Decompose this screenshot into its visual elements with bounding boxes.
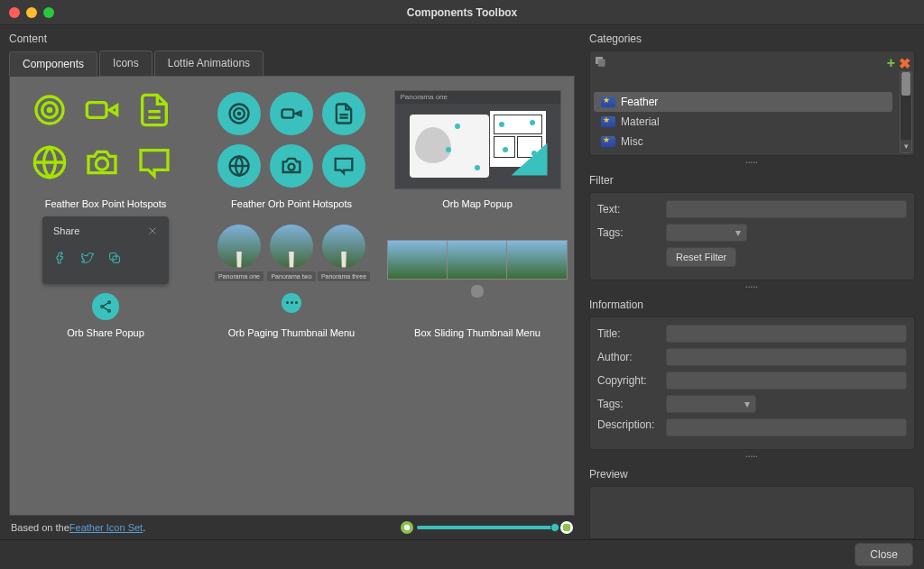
info-author-input[interactable] (666, 348, 907, 366)
section-separator: ••••• (589, 454, 915, 459)
svg-rect-3 (87, 102, 106, 117)
info-copyright-input[interactable] (666, 372, 907, 390)
information-label: Information (589, 298, 915, 311)
zoom-slider[interactable] (401, 521, 573, 534)
pano-label: Panorama three (318, 271, 370, 281)
globe-icon (217, 144, 261, 188)
section-separator: ••••• (589, 160, 915, 165)
video-icon (84, 92, 127, 135)
info-tags-combo[interactable]: ▾ (666, 395, 756, 413)
twitter-icon (80, 251, 95, 268)
bottom-bar: Close (0, 539, 924, 569)
filter-tags-label: Tags: (597, 226, 659, 239)
svg-point-22 (108, 301, 111, 304)
info-copyright-label: Copyright: (597, 374, 659, 387)
tabs: Components Icons Lottie Animations (9, 50, 575, 77)
card-orb-map[interactable]: Panorama one (387, 87, 568, 209)
camera-icon (270, 144, 313, 188)
card-box-sliding[interactable]: Box Sliding Thumbnail Menu (387, 216, 568, 338)
card-caption: Box Sliding Thumbnail Menu (414, 327, 541, 338)
footer-prefix: Based on the (11, 522, 69, 533)
category-label: Feather (621, 96, 658, 108)
svg-point-8 (96, 158, 107, 170)
reset-filter-button[interactable]: Reset Filter (666, 247, 736, 267)
close-icon (147, 225, 158, 238)
svg-point-23 (101, 306, 104, 308)
file-text-icon (136, 92, 180, 135)
pano-label: Panorama one (215, 271, 263, 281)
category-item-material[interactable]: Material (594, 112, 892, 132)
svg-line-26 (103, 307, 107, 310)
share-icon (92, 293, 119, 320)
category-item-feather[interactable]: Feather (594, 92, 892, 112)
stack-icon (594, 55, 608, 69)
chevron-down-icon[interactable]: ▾ (901, 140, 911, 152)
info-desc-label: Description: (597, 418, 659, 431)
copy-icon (107, 251, 122, 268)
info-tags-label: Tags: (597, 398, 659, 410)
preview-box (589, 486, 915, 539)
categories-scrollbar[interactable]: ▾ (900, 71, 912, 153)
info-title-label: Title: (597, 327, 659, 340)
card-feather-orb[interactable]: Feather Orb Point Hotspots (201, 87, 382, 209)
chevron-down-icon: ▾ (734, 226, 743, 239)
camera-icon (84, 144, 127, 188)
facebook-icon (53, 251, 68, 268)
zoom-out-icon[interactable] (401, 521, 413, 534)
target-icon (32, 92, 75, 135)
filter-tags-combo[interactable]: ▾ (666, 224, 747, 242)
components-grid: Feather Box Point Hotspots Feather Orb P… (9, 77, 575, 516)
categories-box: + ✖ Feather Material Misc ▾ (589, 50, 915, 156)
lime-icon-grid (32, 92, 180, 188)
svg-point-24 (108, 310, 111, 313)
chevron-down-icon: ▾ (743, 398, 752, 410)
tab-lottie[interactable]: Lottie Animations (154, 50, 263, 76)
svg-point-17 (289, 163, 295, 170)
section-separator: ••••• (589, 284, 915, 289)
svg-line-25 (103, 303, 107, 306)
message-icon (322, 144, 365, 188)
tab-icons[interactable]: Icons (99, 50, 152, 76)
share-popup-thumb: Share (42, 216, 169, 284)
message-icon (136, 144, 180, 188)
map-popup-title: Panorama one (395, 91, 560, 104)
card-caption: Feather Orb Point Hotspots (231, 198, 352, 209)
footer-suffix: . (143, 522, 145, 533)
information-panel: Title: Author: Copyright: Tags: ▾ Descri… (589, 317, 915, 450)
card-caption: Orb Paging Thumbnail Menu (228, 327, 355, 338)
video-icon (270, 92, 313, 135)
svg-rect-28 (598, 60, 605, 67)
add-category-button[interactable]: + (887, 55, 895, 72)
filter-text-input[interactable] (666, 200, 907, 218)
card-orb-paging[interactable]: Panorama one Panorama two Panorama three… (201, 216, 382, 338)
card-feather-box[interactable]: Feather Box Point Hotspots (15, 87, 196, 209)
globe-icon (32, 144, 75, 188)
info-author-label: Author: (597, 351, 659, 363)
footer-link[interactable]: Feather Icon Set (69, 522, 143, 533)
close-button[interactable]: Close (855, 543, 913, 566)
delete-category-button[interactable]: ✖ (899, 55, 910, 72)
info-desc-input[interactable] (666, 418, 907, 436)
card-caption: Orb Share Popup (67, 327, 144, 338)
filter-panel: Text: Tags: ▾ Reset Filter (589, 192, 915, 280)
tab-components[interactable]: Components (9, 51, 97, 77)
card-caption: Orb Map Popup (442, 198, 513, 209)
share-title: Share (53, 225, 79, 238)
window-title: Components Toolbox (0, 6, 924, 19)
card-caption: Feather Box Point Hotspots (45, 198, 167, 209)
card-orb-share[interactable]: Share Orb Share Popup (15, 216, 196, 338)
target-icon (217, 92, 261, 135)
category-item-misc[interactable]: Misc (594, 132, 892, 151)
pano-label: Panorama two (267, 271, 315, 281)
filter-text-label: Text: (597, 203, 659, 216)
category-label: Material (621, 115, 660, 128)
svg-point-2 (48, 108, 51, 111)
map-popup-thumb: Panorama one (394, 90, 561, 189)
zoom-in-icon[interactable] (560, 521, 573, 534)
info-title-input[interactable] (666, 325, 907, 343)
content-label: Content (9, 32, 575, 45)
teal-orb-grid (217, 92, 365, 188)
slider-handle-icon (471, 285, 484, 298)
preview-label: Preview (589, 468, 915, 481)
folder-icon (601, 116, 615, 127)
